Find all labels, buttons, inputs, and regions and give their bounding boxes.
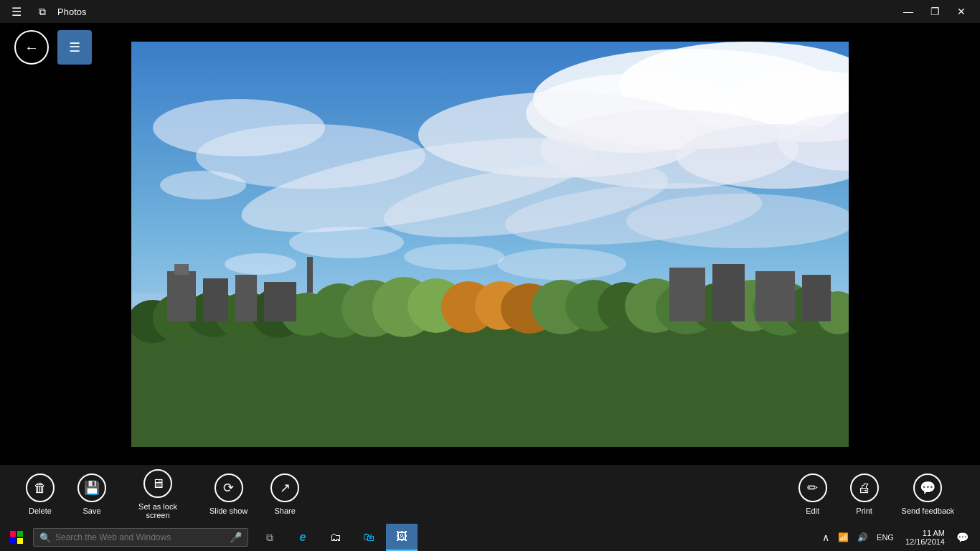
- volume-icon[interactable]: 🔊: [854, 532, 871, 542]
- taskbar: 🔍 🎤 ⧉ e 🗂 🛍 🖼 ∧ 📶 🔊 ENG 11 AM 12/16/2014…: [0, 524, 980, 551]
- back-button[interactable]: ←: [14, 30, 49, 65]
- save-label: Save: [83, 507, 100, 515]
- clock-time: 11 AM: [923, 529, 945, 537]
- clock-date: 12/16/2014: [905, 537, 945, 546]
- set-lock-screen-button[interactable]: 🖥 Set as lock screen: [118, 465, 198, 524]
- svg-point-19: [225, 253, 296, 275]
- svg-rect-57: [10, 538, 16, 544]
- search-bar[interactable]: 🔍 🎤: [33, 528, 248, 547]
- network-icon[interactable]: 📶: [835, 532, 852, 542]
- chevron-up-icon[interactable]: ∧: [819, 532, 832, 543]
- file-explorer-button[interactable]: 🗂: [320, 524, 352, 551]
- windows-logo-icon: [10, 531, 23, 544]
- svg-rect-51: [712, 264, 745, 321]
- save-icon: 💾: [77, 474, 106, 502]
- taskbar-right: ∧ 📶 🔊 ENG 11 AM 12/16/2014 💬: [819, 529, 977, 546]
- fullscreen-icon[interactable]: ⧉: [33, 3, 52, 21]
- search-input[interactable]: [55, 532, 225, 542]
- photos-app-button[interactable]: 🖼: [386, 524, 418, 551]
- svg-point-15: [160, 171, 246, 199]
- lock-screen-label: Set as lock screen: [129, 502, 187, 519]
- print-icon: 🖨: [850, 474, 879, 502]
- save-button[interactable]: 💾 Save: [66, 469, 118, 519]
- search-icon: 🔍: [39, 532, 51, 543]
- svg-rect-46: [174, 264, 189, 275]
- svg-rect-50: [669, 268, 705, 321]
- svg-rect-45: [167, 271, 196, 321]
- photo-area: [0, 23, 980, 465]
- menu-lines-icon: ☰: [69, 39, 80, 55]
- svg-rect-56: [17, 531, 23, 537]
- slide-show-label: Slide show: [209, 507, 248, 515]
- slide-show-button[interactable]: ⟳ Slide show: [198, 469, 259, 519]
- svg-rect-52: [755, 271, 795, 321]
- close-button[interactable]: ✕: [948, 0, 974, 23]
- app-title: Photos: [57, 6, 895, 17]
- delete-icon: 🗑: [26, 474, 55, 502]
- clock-area[interactable]: 11 AM 12/16/2014: [900, 529, 951, 546]
- microphone-icon[interactable]: 🎤: [230, 532, 242, 543]
- start-button[interactable]: [3, 524, 30, 551]
- send-feedback-label: Send feedback: [902, 507, 954, 515]
- restore-button[interactable]: ❐: [922, 0, 948, 23]
- notification-icon[interactable]: 💬: [953, 532, 971, 543]
- photo-image: [131, 42, 849, 447]
- windows-store-button[interactable]: 🛍: [353, 524, 385, 551]
- print-label: Print: [856, 507, 872, 515]
- share-button[interactable]: ↗ Share: [259, 469, 311, 519]
- print-button[interactable]: 🖨 Print: [839, 469, 890, 519]
- window-controls: — ❐ ✕: [895, 0, 974, 23]
- internet-explorer-button[interactable]: e: [287, 524, 319, 551]
- svg-rect-54: [307, 257, 313, 293]
- svg-rect-58: [17, 538, 23, 544]
- edit-button[interactable]: ✏ Edit: [787, 469, 839, 519]
- svg-point-12: [626, 194, 849, 248]
- svg-rect-55: [10, 531, 16, 537]
- menu-button[interactable]: ☰: [57, 30, 92, 65]
- svg-rect-47: [203, 278, 228, 321]
- share-label: Share: [275, 507, 296, 515]
- toolbar: 🗑 Delete 💾 Save 🖥 Set as lock screen ⟳ S…: [0, 465, 980, 524]
- photo-svg: [131, 42, 849, 447]
- send-feedback-icon: 💬: [913, 474, 942, 502]
- lock-screen-icon: 🖥: [143, 469, 172, 498]
- slide-show-icon: ⟳: [215, 474, 243, 502]
- share-icon: ↗: [270, 474, 299, 502]
- svg-point-18: [497, 248, 626, 280]
- svg-rect-53: [802, 275, 831, 321]
- titlebar: ☰ ⧉ Photos — ❐ ✕: [0, 0, 980, 23]
- send-feedback-button[interactable]: 💬 Send feedback: [890, 469, 966, 519]
- language-indicator[interactable]: ENG: [874, 533, 897, 542]
- svg-point-16: [289, 227, 404, 258]
- delete-button[interactable]: 🗑 Delete: [14, 469, 66, 519]
- edit-label: Edit: [806, 507, 819, 515]
- edit-icon: ✏: [798, 474, 827, 502]
- task-view-button[interactable]: ⧉: [254, 524, 286, 551]
- hamburger-menu-icon[interactable]: ☰: [6, 2, 27, 22]
- svg-rect-49: [264, 282, 296, 321]
- taskbar-apps: ⧉ e 🗂 🛍 🖼: [254, 524, 418, 551]
- minimize-button[interactable]: —: [895, 0, 922, 23]
- svg-point-17: [404, 244, 504, 270]
- delete-label: Delete: [29, 507, 52, 515]
- svg-rect-48: [235, 275, 257, 321]
